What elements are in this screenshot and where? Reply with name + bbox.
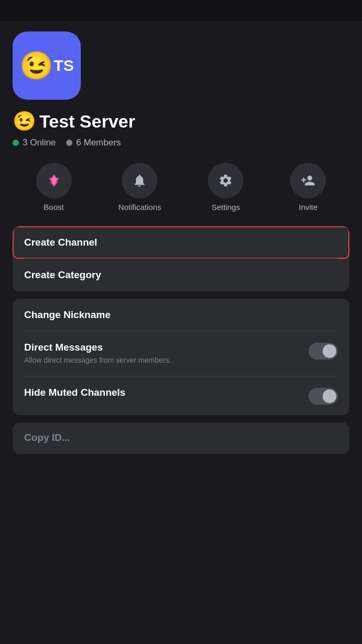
hide-muted-item[interactable]: Hide Muted Channels: [13, 376, 349, 415]
boost-button[interactable]: Boost: [36, 163, 72, 212]
settings-section: Change Nickname Direct Messages Allow di…: [13, 299, 349, 415]
server-icon-initials: TS: [54, 57, 73, 75]
server-icon: 😉 TS: [13, 31, 81, 100]
main-content: 😉 TS 😉 Test Server 3 Online 6 Members B: [0, 21, 362, 472]
hide-muted-title: Hide Muted Channels: [24, 387, 300, 398]
gear-icon-wrap: [208, 163, 243, 198]
boost-icon-wrap: [36, 163, 72, 198]
top-bar: [0, 0, 362, 21]
notifications-button[interactable]: Notifications: [119, 163, 162, 212]
actions-row: Boost Notifications Settings: [13, 163, 349, 212]
invite-button[interactable]: Invite: [290, 163, 326, 212]
copy-id-item[interactable]: Copy ID...: [13, 423, 349, 453]
members-dot: [66, 140, 72, 146]
bell-icon: [132, 173, 147, 188]
direct-messages-toggle[interactable]: [308, 343, 338, 360]
server-icon-emoji: 😉: [19, 50, 54, 82]
online-count: 3 Online: [13, 138, 56, 148]
settings-button[interactable]: Settings: [208, 163, 243, 212]
hide-muted-left: Hide Muted Channels: [24, 387, 300, 400]
total-members: 6 Members: [66, 138, 121, 148]
invite-icon: [301, 173, 315, 188]
invite-label: Invite: [299, 203, 317, 212]
settings-label: Settings: [211, 203, 240, 212]
server-name: Test Server: [39, 111, 135, 132]
create-category-item[interactable]: Create Category: [13, 259, 349, 291]
direct-messages-item[interactable]: Direct Messages Allow direct messages fr…: [13, 331, 349, 376]
invite-icon-wrap: [290, 163, 326, 198]
server-name-row: 😉 Test Server: [13, 110, 349, 132]
direct-messages-left: Direct Messages Allow direct messages fr…: [24, 342, 300, 366]
members-text: 6 Members: [76, 138, 121, 148]
hide-muted-toggle[interactable]: [308, 388, 338, 405]
gear-icon: [218, 173, 233, 188]
members-row: 3 Online 6 Members: [13, 138, 349, 148]
notifications-label: Notifications: [119, 203, 162, 212]
online-dot: [13, 140, 19, 146]
create-channel-item[interactable]: Create Channel: [13, 226, 349, 259]
online-text: 3 Online: [23, 138, 56, 148]
boost-label: Boost: [44, 203, 63, 212]
direct-messages-title: Direct Messages: [24, 342, 300, 353]
bell-icon-wrap: [122, 163, 157, 198]
copy-id-section: Copy ID...: [13, 423, 349, 454]
change-nickname-item[interactable]: Change Nickname: [13, 299, 349, 331]
create-section: Create Channel Create Category: [13, 226, 349, 291]
server-name-emoji: 😉: [13, 110, 36, 132]
boost-icon: [46, 173, 62, 188]
direct-messages-desc: Allow direct messages from server member…: [24, 355, 300, 366]
